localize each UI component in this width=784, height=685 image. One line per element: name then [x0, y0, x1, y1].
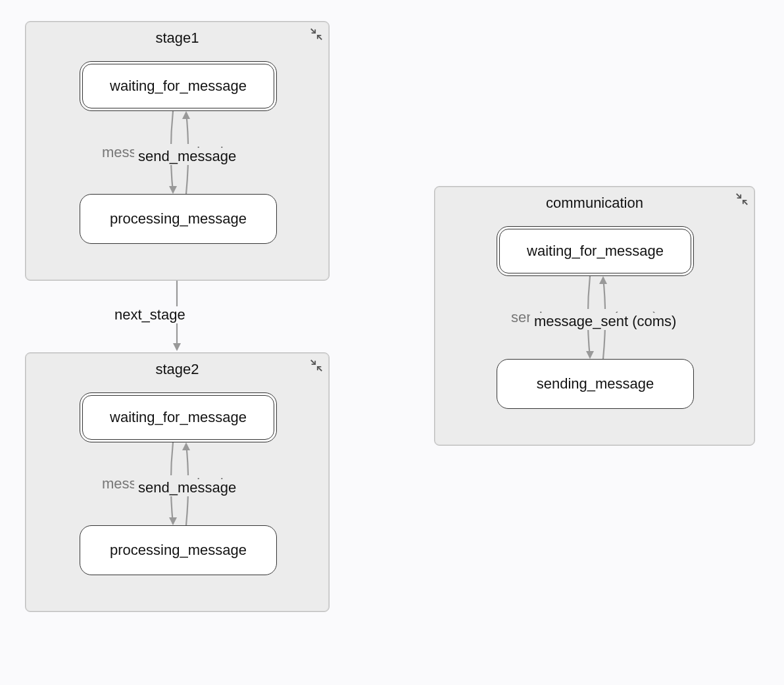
- state-processing-message[interactable]: processing_message: [80, 194, 277, 244]
- state-label: sending_message: [537, 375, 654, 392]
- state-waiting-for-message[interactable]: waiting_for_message: [497, 226, 694, 276]
- state-label: waiting_for_message: [110, 409, 247, 426]
- compound-title: stage2: [26, 361, 329, 378]
- state-waiting-for-message[interactable]: waiting_for_message: [80, 61, 277, 111]
- state-label: waiting_for_message: [527, 243, 664, 260]
- collapse-icon[interactable]: [309, 27, 324, 41]
- state-processing-message[interactable]: processing_message: [80, 525, 277, 575]
- state-sending-message[interactable]: sending_message: [497, 359, 694, 409]
- svg-marker-4: [182, 442, 190, 450]
- svg-marker-1: [182, 111, 190, 119]
- transition-label: next_stage: [110, 306, 189, 323]
- state-label: processing_message: [110, 542, 247, 559]
- svg-marker-6: [599, 276, 607, 284]
- state-diagram-canvas: stage1 waiting_for_message processing_me…: [0, 0, 784, 685]
- svg-marker-3: [169, 517, 177, 525]
- svg-marker-2: [173, 343, 181, 351]
- compound-stage2[interactable]: stage2 waiting_for_message processing_me…: [25, 352, 330, 612]
- transition-label: send_message: [134, 479, 240, 496]
- collapse-icon[interactable]: [735, 192, 749, 206]
- state-label: processing_message: [110, 210, 247, 227]
- compound-stage1[interactable]: stage1 waiting_for_message processing_me…: [25, 21, 330, 281]
- state-label: waiting_for_message: [110, 78, 247, 95]
- state-waiting-for-message[interactable]: waiting_for_message: [80, 392, 277, 442]
- compound-title: stage1: [26, 30, 329, 47]
- transition-label: send_message: [134, 148, 240, 165]
- svg-marker-0: [169, 186, 177, 194]
- transition-label: message_sent (coms): [530, 313, 680, 330]
- collapse-icon[interactable]: [309, 358, 324, 373]
- compound-title: communication: [435, 195, 754, 212]
- svg-marker-5: [586, 351, 594, 359]
- compound-communication[interactable]: communication waiting_for_message sendin…: [434, 186, 755, 446]
